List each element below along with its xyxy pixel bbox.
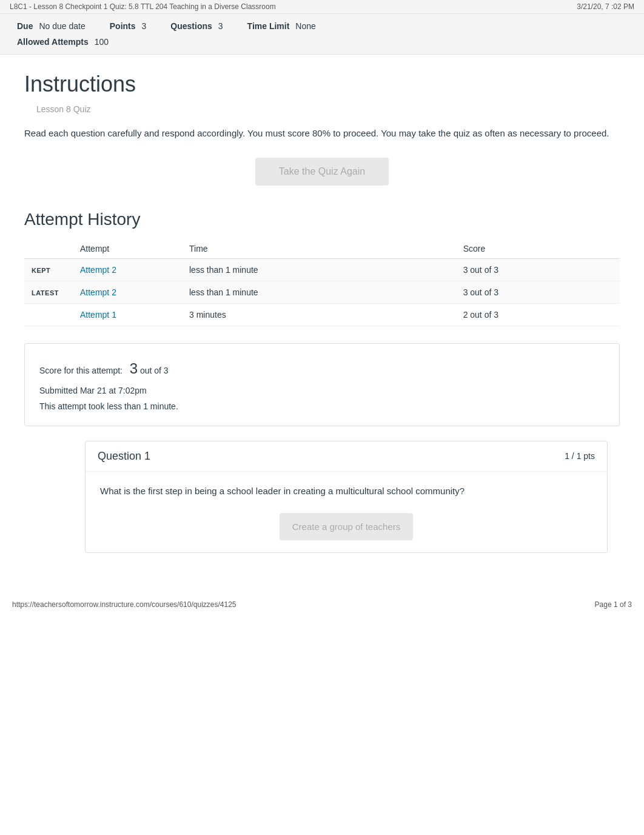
page-title: L8C1 - Lesson 8 Checkpoint 1 Quiz: 5.8 T… [10,2,276,11]
footer-url: https://teachersoftomorrow.instructure.c… [12,600,236,609]
col-score-header: Score [456,239,620,259]
duration-line: This attempt took less than 1 minute. [39,398,605,415]
table-row: Attempt 1 3 minutes 2 out of 3 [24,304,620,326]
meta-bar: Due No due date Points 3 Questions 3 Tim… [0,14,644,55]
question-1-box: Question 1 1 / 1 pts What is the first s… [85,441,608,553]
score-line: Score for this attempt: 3 out of 3 [39,355,605,383]
time-latest: less than 1 minute [182,281,456,304]
score-total: out of 3 [140,366,169,375]
datetime: 3/21/20, 7 :02 PM [577,2,634,11]
time-limit-value: None [295,21,315,31]
due-item: Due No due date [17,21,86,31]
question-1-body: What is the first step in being a school… [86,472,607,552]
points-label: Points [110,21,136,31]
meta-row-1: Due No due date Points 3 Questions 3 Tim… [17,21,627,31]
submitted-line: Submitted Mar 21 at 7:02pm [39,383,605,399]
score-label: Score for this attempt: [39,366,122,375]
main-content: Instructions Lesson 8 Quiz Read each que… [0,55,644,570]
time-limit-label: Time Limit [247,21,290,31]
score-number: 3 [130,360,138,377]
latest-badge: LATEST [32,289,59,297]
score-latest: 3 out of 3 [456,281,620,304]
due-value: No due date [39,21,85,31]
score-summary: Score for this attempt: 3 out of 3 Submi… [24,343,620,426]
attempt-2-link-latest[interactable]: Attempt 2 [80,287,116,297]
question-1-pts: 1 / 1 pts [565,451,595,461]
questions-item: Questions 3 [170,21,223,31]
points-item: Points 3 [110,21,147,31]
question-1-header: Question 1 1 / 1 pts [86,441,607,472]
question-1-text: What is the first step in being a school… [100,484,592,498]
col-tag-header [24,239,73,259]
attempt-2-link-kept[interactable]: Attempt 2 [80,265,116,275]
allowed-attempts-label: Allowed Attempts [17,37,89,47]
attempt-history-table: Attempt Time Score KEPT Attempt 2 less t… [24,239,620,326]
attempt-history-heading: Attempt History [24,210,620,229]
attempt-1-link[interactable]: Attempt 1 [80,310,116,320]
table-row: KEPT Attempt 2 less than 1 minute 3 out … [24,259,620,281]
top-bar: L8C1 - Lesson 8 Checkpoint 1 Quiz: 5.8 T… [0,0,644,14]
take-quiz-button[interactable]: Take the Quiz Again [255,158,389,186]
allowed-attempts-item: Allowed Attempts 100 [17,37,109,47]
score-attempt1: 2 out of 3 [456,304,620,326]
questions-label: Questions [170,21,212,31]
footer-page: Page 1 of 3 [595,600,632,609]
time-limit-item: Time Limit None [247,21,316,31]
table-header-row: Attempt Time Score [24,239,620,259]
meta-row-2: Allowed Attempts 100 [17,37,627,47]
points-value: 3 [142,21,147,31]
answer-option-button: Create a group of teachers [280,513,413,540]
question-1-title: Question 1 [98,450,150,463]
col-time-header: Time [182,239,456,259]
lesson-subtitle: Lesson 8 Quiz [36,104,620,114]
time-attempt1: 3 minutes [182,304,456,326]
table-row: LATEST Attempt 2 less than 1 minute 3 ou… [24,281,620,304]
time-kept: less than 1 minute [182,259,456,281]
score-kept: 3 out of 3 [456,259,620,281]
kept-badge: KEPT [32,267,50,274]
instructions-heading: Instructions [24,72,620,97]
instructions-body: Read each question carefully and respond… [24,126,620,141]
questions-value: 3 [218,21,223,31]
footer: https://teachersoftomorrow.instructure.c… [0,594,644,615]
col-attempt-header: Attempt [73,239,182,259]
due-label: Due [17,21,33,31]
allowed-attempts-value: 100 [95,37,109,47]
